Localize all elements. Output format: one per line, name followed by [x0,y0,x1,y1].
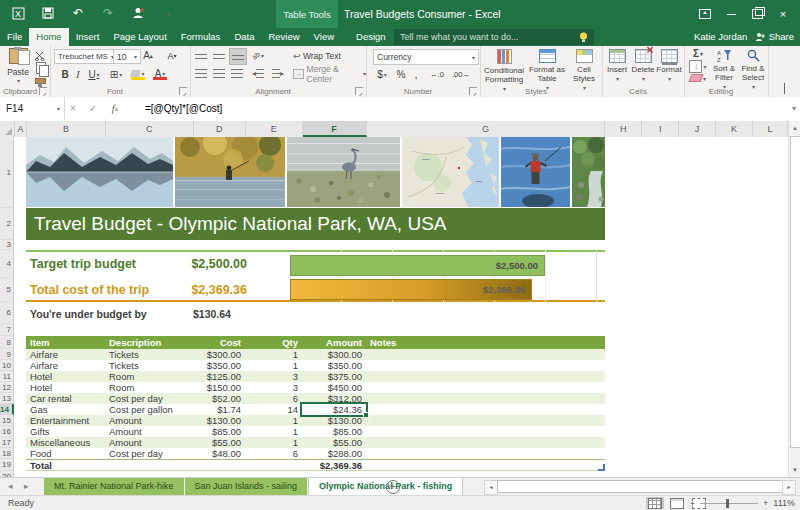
delete-cells-button[interactable]: Delete▾ [631,49,655,83]
clear-button[interactable]: ▾ [689,73,707,83]
zoom-in-icon[interactable]: + [763,498,768,508]
zoom-slider-thumb[interactable] [726,499,729,508]
scroll-right-icon[interactable]: ▸ [782,480,796,495]
decrease-decimal-button[interactable]: .00→ [450,67,472,81]
cancel-entry-icon[interactable]: × [64,97,82,120]
row-header-17[interactable]: 17 [0,437,14,448]
insert-function-icon[interactable]: fx [106,97,124,120]
name-box[interactable]: F14▾ [0,97,65,120]
table-cell[interactable]: $85.00 [302,426,366,437]
insert-cells-button[interactable]: Insert▾ [605,49,629,83]
table-cell[interactable]: Amount [105,415,193,426]
tab-data[interactable]: Data [227,28,261,46]
table-col-header-notes[interactable]: Notes [366,336,605,349]
touch-mode-icon[interactable] [130,5,146,21]
table-cell[interactable]: Room [105,382,193,393]
table-cell[interactable]: Gifts [26,426,105,437]
account-name[interactable]: Katie Jordan ▾ [694,28,754,46]
font-dialog-launcher-icon[interactable] [179,87,187,95]
table-cell[interactable]: Tickets [105,360,193,371]
table-cell[interactable] [366,426,605,437]
bottom-align-button[interactable] [229,48,247,65]
alignment-dialog-launcher-icon[interactable] [355,87,363,95]
orientation-button[interactable]: ab▾ [250,48,266,63]
decrease-indent-button[interactable]: ◂ [250,66,266,81]
vertical-scrollbar[interactable]: ▲ ▼ [788,121,800,477]
photo-angler-red-vest[interactable] [501,137,570,207]
table-cell[interactable]: Hotel [26,371,105,382]
table-cell[interactable]: 6 [245,393,302,404]
grow-font-button[interactable]: A▴ [138,48,158,63]
paste-button[interactable]: Paste▾ [4,48,32,84]
table-cell[interactable]: $125.00 [193,371,245,382]
format-painter-button[interactable] [34,76,47,86]
cell-styles-button[interactable]: Cell Styles▾ [568,49,600,92]
table-row[interactable]: FoodCost per day$48.006$288.00 [26,448,605,459]
table-cell[interactable] [366,404,605,415]
table-header-row[interactable]: ItemDescriptionCostQtyAmountNotes [26,336,605,349]
row-header-11[interactable]: 11 [0,371,14,382]
close-icon[interactable]: × [770,0,796,28]
photo-forest-creek[interactable] [572,137,605,207]
row-header-9[interactable]: 9 [0,349,14,360]
table-cell[interactable]: 14 [245,404,302,415]
row-header-18[interactable]: 18 [0,448,14,459]
borders-button[interactable]: ⊞▾ [107,67,125,81]
expand-formula-bar-icon[interactable]: ▾ [792,97,796,120]
page-layout-view-button[interactable] [668,497,686,509]
save-icon[interactable] [40,5,56,21]
table-cell[interactable]: 1 [245,426,302,437]
customize-quick-access-icon[interactable]: ▾ [160,5,176,21]
tab-file[interactable]: File [0,28,29,46]
table-cell[interactable]: 3 [245,371,302,382]
fill-handle[interactable] [363,412,369,418]
table-cell[interactable]: 3 [245,382,302,393]
redo-icon[interactable]: ↷ [100,5,116,21]
table-cell[interactable] [366,393,605,404]
row-header-7[interactable]: 7 [0,324,14,336]
zoom-slider[interactable] [700,503,758,504]
table-cell[interactable]: 6 [245,448,302,459]
horizontal-scrollbar[interactable]: ◂ ▸ [484,480,796,493]
minimize-icon[interactable] [718,0,744,28]
table-cell[interactable]: $350.00 [193,360,245,371]
table-cell[interactable]: Cost per gallon [105,404,193,415]
vertical-scroll-thumb[interactable] [790,136,800,448]
table-cell[interactable]: $48.00 [193,448,245,459]
table-cell[interactable] [366,349,605,360]
table-cell[interactable]: $55.00 [193,437,245,448]
percent-style-button[interactable]: % [394,67,408,81]
column-header-H[interactable]: H [605,121,642,137]
accounting-format-button[interactable]: $▾ [374,67,390,81]
comma-style-button[interactable]: , [410,67,422,81]
row-header-13[interactable]: 13 [0,393,14,404]
share-button[interactable]: Share [755,28,794,46]
find-select-button[interactable]: Find & Select▾ [739,49,767,91]
table-cell[interactable] [366,448,605,459]
table-cell[interactable] [366,415,605,426]
row-header-12[interactable]: 12 [0,382,14,393]
table-resize-handle[interactable] [598,464,605,471]
align-center-button[interactable] [211,66,227,81]
table-cell[interactable]: $1.74 [193,404,245,415]
table-cell[interactable]: $375.00 [302,371,366,382]
active-cell-selection[interactable] [300,402,368,417]
row-header-3[interactable]: 3 [0,240,14,250]
sort-filter-button[interactable]: AZ Sort & Filter▾ [710,49,738,91]
table-cell[interactable]: Amount [105,426,193,437]
row-header-4[interactable]: 4 [0,250,14,278]
increase-indent-button[interactable]: ▸ [270,66,286,81]
table-total-row[interactable]: Total $2,369.36 [26,459,605,471]
table-cell[interactable] [366,437,605,448]
tell-me-box[interactable]: Tell me what you want to do... [394,29,594,45]
restore-icon[interactable] [744,0,770,28]
under-budget-label[interactable]: You're under budget by [30,307,147,321]
tab-design[interactable]: Design [349,28,393,46]
sheet-nav-left-icon[interactable]: ◂ [8,478,13,495]
row-header-2[interactable]: 2 [0,208,14,240]
underline-button[interactable]: U▾ [85,67,103,81]
column-header-K[interactable]: K [716,121,753,137]
align-left-button[interactable] [193,66,209,81]
photo-lake-mountain-reflection[interactable] [26,137,173,207]
column-header-L[interactable]: L [753,121,788,137]
